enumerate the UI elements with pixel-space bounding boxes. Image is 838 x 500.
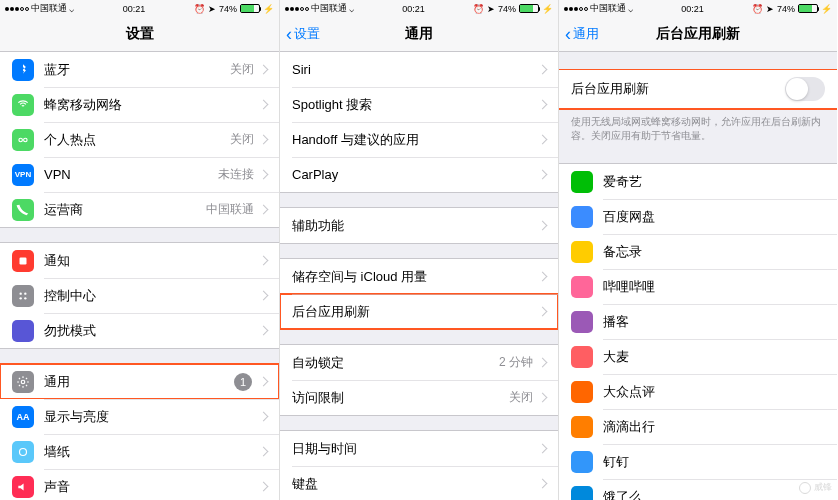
display-row[interactable]: AA显示与亮度 <box>0 399 279 434</box>
app-row[interactable]: 哔哩哔哩 <box>559 269 837 304</box>
charge-icon: ⚡ <box>263 4 274 14</box>
nav-bar: 设置 <box>0 17 279 52</box>
app-row[interactable]: 滴滴出行 <box>559 409 837 444</box>
app-label: 哔哩哔哩 <box>603 278 825 296</box>
svg-point-1 <box>24 138 27 142</box>
background-refresh-row[interactable]: 后台应用刷新 <box>280 294 558 329</box>
app-icon <box>571 486 593 501</box>
vpn-row[interactable]: VPNVPN未连接 <box>0 157 279 192</box>
spotlight-row[interactable]: Spotlight 搜索 <box>280 87 558 122</box>
app-row[interactable]: 爱奇艺 <box>559 164 837 199</box>
speaker-icon <box>12 476 34 498</box>
app-label: 大麦 <box>603 348 825 366</box>
app-icon <box>571 311 593 333</box>
page-title: 后台应用刷新 <box>656 25 740 43</box>
cellular-icon <box>12 94 34 116</box>
alarm-icon: ⏰ <box>194 4 205 14</box>
wifi-icon: ⌵ <box>69 4 74 14</box>
page-title: 通用 <box>405 25 433 43</box>
moon-icon <box>12 320 34 342</box>
app-label: 饿了么 <box>603 488 825 501</box>
notifications-icon <box>12 250 34 272</box>
datetime-row[interactable]: 日期与时间 <box>280 431 558 466</box>
notifications-row[interactable]: 通知 <box>0 243 279 278</box>
carplay-row[interactable]: CarPlay <box>280 157 558 192</box>
location-icon: ➤ <box>208 4 216 14</box>
app-label: 播客 <box>603 313 825 331</box>
app-label: 钉钉 <box>603 453 825 471</box>
svg-point-7 <box>21 380 25 384</box>
app-label: 滴滴出行 <box>603 418 825 436</box>
app-row[interactable]: 百度网盘 <box>559 199 837 234</box>
app-icon <box>571 346 593 368</box>
svg-point-8 <box>20 448 27 455</box>
app-label: 备忘录 <box>603 243 825 261</box>
cellular-row[interactable]: 蜂窝移动网络 <box>0 87 279 122</box>
svg-point-6 <box>24 297 26 299</box>
app-icon <box>571 416 593 438</box>
wallpaper-icon <box>12 441 34 463</box>
autolock-row[interactable]: 自动锁定2 分钟 <box>280 345 558 380</box>
badge: 1 <box>234 373 252 391</box>
svg-point-0 <box>19 138 23 142</box>
master-toggle-row: 后台应用刷新 <box>559 70 837 108</box>
app-icon <box>571 206 593 228</box>
app-label: 百度网盘 <box>603 208 825 226</box>
app-row[interactable]: 大麦 <box>559 339 837 374</box>
app-icon <box>571 241 593 263</box>
general-row[interactable]: 通用1 <box>0 364 279 399</box>
app-icon <box>571 451 593 473</box>
siri-row[interactable]: Siri <box>280 52 558 87</box>
app-icon <box>571 381 593 403</box>
help-text: 使用无线局域网或蜂窝移动网时，允许应用在后台刷新内容。关闭应用有助于节省电量。 <box>559 109 837 149</box>
carrier-row[interactable]: 运营商中国联通 <box>0 192 279 227</box>
hotspot-row[interactable]: 个人热点关闭 <box>0 122 279 157</box>
app-label: 大众点评 <box>603 383 825 401</box>
status-bar: 中国联通⌵ 00:21 ⏰➤74%⚡ <box>0 0 279 17</box>
control-icon <box>12 285 34 307</box>
status-bar: 中国联通⌵ 00:21 ⏰➤74%⚡ <box>280 0 558 17</box>
gear-icon <box>12 371 34 393</box>
app-row[interactable]: 备忘录 <box>559 234 837 269</box>
general-screen: 中国联通⌵ 00:21 ⏰➤74%⚡ ‹设置通用 Siri Spotlight … <box>279 0 558 500</box>
bluetooth-icon <box>12 59 34 81</box>
restrictions-row[interactable]: 访问限制关闭 <box>280 380 558 415</box>
back-button[interactable]: ‹设置 <box>286 25 320 43</box>
handoff-row[interactable]: Handoff 与建议的应用 <box>280 122 558 157</box>
background-refresh-screen: 中国联通⌵ 00:21 ⏰➤74%⚡ ‹通用后台应用刷新 后台应用刷新 使用无线… <box>558 0 837 500</box>
status-bar: 中国联通⌵ 00:21 ⏰➤74%⚡ <box>559 0 837 17</box>
svg-point-3 <box>20 292 22 294</box>
dnd-row[interactable]: 勿扰模式 <box>0 313 279 348</box>
hotspot-icon <box>12 129 34 151</box>
nav-bar: ‹设置通用 <box>280 17 558 52</box>
control-center-row[interactable]: 控制中心 <box>0 278 279 313</box>
watermark: 威锋 <box>799 481 832 494</box>
svg-point-4 <box>24 292 26 294</box>
app-row[interactable]: 钉钉 <box>559 444 837 479</box>
bluetooth-row[interactable]: 蓝牙关闭 <box>0 52 279 87</box>
svg-point-5 <box>20 297 22 299</box>
app-icon <box>571 276 593 298</box>
phone-icon <box>12 199 34 221</box>
nav-bar: ‹通用后台应用刷新 <box>559 17 837 52</box>
toggle-switch[interactable] <box>785 77 825 101</box>
app-icon <box>571 171 593 193</box>
page-title: 设置 <box>126 25 154 43</box>
settings-screen: 中国联通⌵ 00:21 ⏰➤74%⚡ 设置 蓝牙关闭 蜂窝移动网络 个人热点关闭… <box>0 0 279 500</box>
accessibility-row[interactable]: 辅助功能 <box>280 208 558 243</box>
keyboard-row[interactable]: 键盘 <box>280 466 558 500</box>
app-label: 爱奇艺 <box>603 173 825 191</box>
app-row[interactable]: 播客 <box>559 304 837 339</box>
app-row[interactable]: 大众点评 <box>559 374 837 409</box>
app-list: 爱奇艺百度网盘备忘录哔哩哔哩播客大麦大众点评滴滴出行钉钉饿了么股市韩剧TV <box>559 163 837 500</box>
app-row[interactable]: 饿了么 <box>559 479 837 500</box>
sounds-row[interactable]: 声音 <box>0 469 279 500</box>
display-icon: AA <box>12 406 34 428</box>
vpn-icon: VPN <box>12 164 34 186</box>
storage-row[interactable]: 储存空间与 iCloud 用量 <box>280 259 558 294</box>
svg-rect-2 <box>20 257 27 264</box>
wallpaper-row[interactable]: 墙纸 <box>0 434 279 469</box>
back-button[interactable]: ‹通用 <box>565 25 599 43</box>
